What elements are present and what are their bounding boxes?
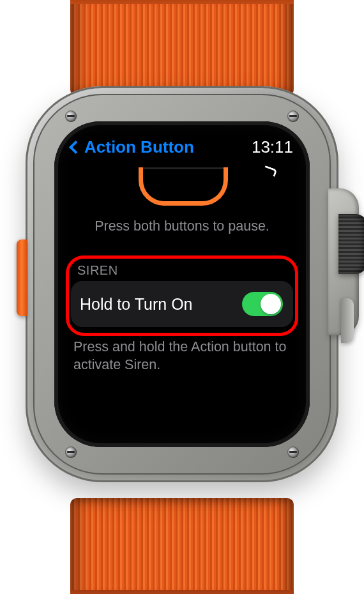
case-screw: [65, 446, 77, 458]
action-button-hardware: [17, 240, 27, 316]
digital-crown: [338, 214, 364, 274]
side-button-hardware: [341, 298, 354, 343]
siren-section-label: SIREN: [77, 263, 118, 278]
watch-screen: Action Button 13:11 Press both buttons t…: [54, 121, 310, 447]
case-screw: [65, 110, 77, 122]
back-button-label: Action Button: [84, 137, 194, 157]
case-screw: [287, 446, 299, 458]
case-screw: [287, 110, 299, 122]
watch-band-bottom: [70, 498, 294, 594]
status-time: 13:11: [252, 137, 293, 157]
chevron-back-icon: [69, 140, 82, 153]
hold-to-turn-on-cell[interactable]: Hold to Turn On: [71, 281, 293, 327]
action-button-graphic-icon: [139, 167, 228, 206]
nav-header: Action Button 13:11: [54, 134, 310, 160]
pause-hint-label: Press both buttons to pause.: [54, 218, 310, 234]
hold-to-turn-on-label: Hold to Turn On: [80, 295, 192, 314]
back-button[interactable]: Action Button: [71, 137, 194, 157]
watch-band-top: [70, 0, 294, 96]
watch-case: Action Button 13:11 Press both buttons t…: [26, 86, 338, 482]
crown-graphic-icon: [263, 165, 278, 177]
siren-footer-label: Press and hold the Action button to acti…: [73, 339, 291, 374]
hold-to-turn-on-toggle[interactable]: [242, 292, 283, 316]
